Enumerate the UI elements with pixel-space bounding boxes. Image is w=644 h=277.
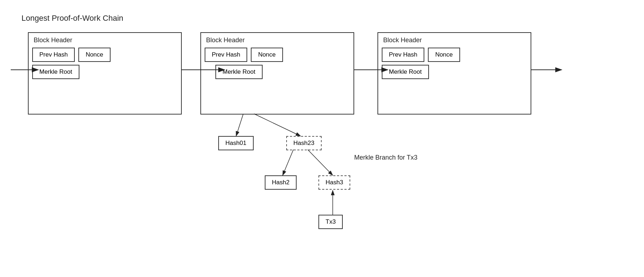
svg-line-10 xyxy=(308,150,333,175)
block3-merkle-root: Merkle Root xyxy=(382,65,429,79)
tx3: Tx3 xyxy=(318,215,343,229)
block3-nonce: Nonce xyxy=(428,48,460,62)
block3-prev-hash: Prev Hash xyxy=(382,48,424,62)
svg-line-8 xyxy=(254,114,301,136)
merkle-branch-label: Merkle Branch for Tx3 xyxy=(354,154,418,161)
page-title: Longest Proof-of-Work Chain xyxy=(21,14,123,23)
block2-label: Block Header xyxy=(206,37,348,44)
hash23: Hash23 xyxy=(286,136,322,150)
block2-nonce: Nonce xyxy=(251,48,283,62)
block1-prev-hash: Prev Hash xyxy=(32,48,75,62)
block2-merkle-root: Merkle Root xyxy=(215,65,263,79)
svg-line-7 xyxy=(236,114,243,136)
block2-prev-hash: Prev Hash xyxy=(205,48,247,62)
hash3: Hash3 xyxy=(318,175,350,190)
block1: Block Header Prev Hash Nonce Merkle Root xyxy=(28,32,182,115)
block3: Block Header Prev Hash Nonce Merkle Root xyxy=(377,32,531,115)
block1-merkle-root: Merkle Root xyxy=(32,65,79,79)
svg-line-9 xyxy=(283,150,293,175)
block1-label: Block Header xyxy=(34,37,176,44)
block3-label: Block Header xyxy=(383,37,526,44)
hash01: Hash01 xyxy=(218,136,254,150)
block2: Block Header Prev Hash Nonce Merkle Root xyxy=(200,32,354,115)
hash2: Hash2 xyxy=(265,175,297,190)
block1-nonce: Nonce xyxy=(78,48,110,62)
